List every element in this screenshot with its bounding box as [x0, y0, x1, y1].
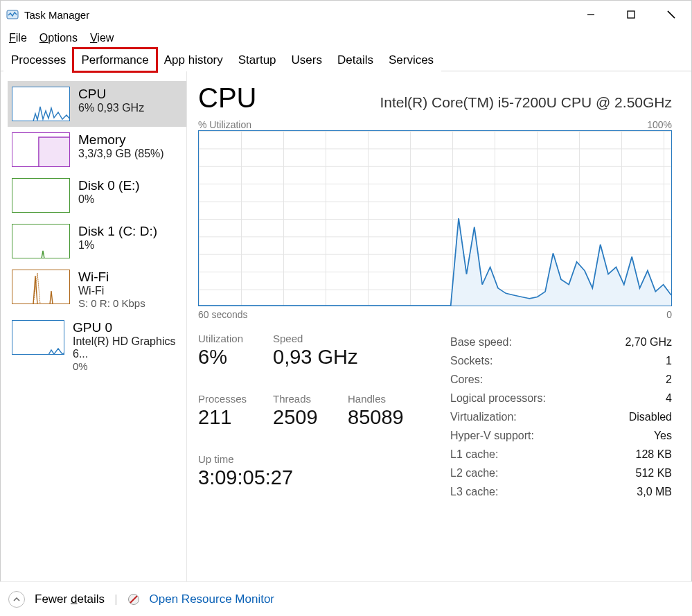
spec-label: Sockets:	[450, 355, 493, 367]
sidebar-item-extra: 0%	[73, 360, 182, 372]
stat-handles: 85089	[348, 406, 423, 429]
spec-label: Cores:	[450, 373, 483, 386]
resource-monitor-icon	[127, 593, 140, 606]
spec-label: Hyper-V support:	[450, 430, 534, 442]
page-title: CPU	[198, 82, 256, 114]
menu-options[interactable]: Options	[35, 30, 82, 46]
tab-users[interactable]: Users	[284, 49, 330, 71]
cpu-utilization-chart	[198, 130, 672, 306]
spec-l1: 128 KB	[636, 448, 672, 461]
spec-cores: 2	[666, 373, 672, 386]
cpu-spec-table: Base speed:2,70 GHz Sockets:1 Cores:2 Lo…	[450, 333, 672, 501]
sidebar-item-label: GPU 0	[73, 320, 182, 335]
stat-speed: 0,93 GHz	[273, 346, 423, 369]
spec-l2: 512 KB	[636, 467, 672, 479]
chart-axis-max: 100%	[647, 119, 672, 130]
spec-label: L2 cache:	[450, 467, 498, 479]
chart-axis-label: % Utilization	[198, 119, 251, 130]
tab-app-history[interactable]: App history	[157, 49, 231, 71]
tab-services[interactable]: Services	[381, 49, 441, 71]
stat-label: Threads	[273, 393, 348, 405]
wifi-thumbnail-icon	[12, 270, 70, 304]
sidebar-item-memory[interactable]: Memory 3,3/3,9 GB (85%)	[8, 127, 186, 173]
spec-virtualization: Disabled	[629, 411, 672, 423]
menu-view[interactable]: View	[86, 30, 118, 46]
stat-label: Processes	[198, 393, 273, 405]
sidebar-item-sub: Intel(R) HD Graphics 6...	[73, 335, 182, 360]
sidebar-item-label: Memory	[78, 132, 164, 148]
tab-processes[interactable]: Processes	[3, 49, 73, 71]
stat-label: Up time	[198, 453, 423, 465]
stat-utilization: 6%	[198, 346, 273, 369]
sidebar-item-sub: Wi-Fi	[78, 285, 145, 297]
svg-rect-2	[628, 11, 635, 18]
cpu-model: Intel(R) Core(TM) i5-7200U CPU @ 2.50GHz	[380, 94, 672, 111]
sidebar-item-sub: 0%	[78, 193, 140, 206]
app-title: Task Manager	[24, 9, 89, 21]
separator: |	[114, 592, 117, 606]
footer-bar: Fewer details | Open Resource Monitor	[0, 581, 692, 616]
spec-label: L3 cache:	[450, 486, 498, 498]
chart-x-start: 60 seconds	[198, 309, 248, 320]
fewer-details-button[interactable]: Fewer details	[35, 592, 105, 606]
sidebar-item-sub: 6% 0,93 GHz	[78, 102, 144, 114]
stat-label: Speed	[273, 333, 423, 344]
stat-uptime: 3:09:05:27	[198, 466, 423, 489]
spec-label: L1 cache:	[450, 448, 498, 461]
detail-pane: CPU Intel(R) Core(TM) i5-7200U CPU @ 2.5…	[195, 71, 691, 612]
minimize-button[interactable]	[571, 1, 611, 28]
disk-thumbnail-icon	[12, 224, 70, 258]
spec-label: Virtualization:	[450, 411, 517, 423]
sidebar-item-disk1[interactable]: Disk 1 (C: D:) 1%	[8, 218, 186, 264]
sidebar-item-label: CPU	[78, 87, 144, 102]
sidebar-item-sub: 3,3/3,9 GB (85%)	[78, 148, 164, 160]
sidebar-item-sub: 1%	[78, 239, 157, 252]
tab-bar: Processes Performance App history Startu…	[1, 48, 691, 71]
sidebar: CPU 6% 0,93 GHz Memory 3,3/3,9 GB (85%) …	[1, 71, 187, 612]
chart-x-end: 0	[666, 309, 672, 320]
stat-label: Utilization	[198, 333, 273, 344]
stat-threads: 2509	[273, 406, 348, 429]
spec-base-speed: 2,70 GHz	[625, 336, 672, 349]
stat-label: Handles	[348, 393, 423, 405]
sidebar-item-extra: S: 0 R: 0 Kbps	[78, 297, 145, 309]
disk-thumbnail-icon	[12, 178, 70, 213]
menu-file[interactable]: File	[5, 30, 31, 46]
spec-hyperv: Yes	[654, 430, 672, 442]
sidebar-item-label: Disk 0 (E:)	[78, 178, 140, 193]
tab-startup[interactable]: Startup	[231, 49, 284, 71]
spec-logical: 4	[666, 392, 672, 405]
sidebar-item-cpu[interactable]: CPU 6% 0,93 GHz	[8, 81, 186, 127]
open-resource-monitor-link[interactable]: Open Resource Monitor	[150, 592, 274, 606]
spec-sockets: 1	[666, 355, 672, 367]
spec-l3: 3,0 MB	[637, 486, 672, 498]
maximize-button[interactable]	[611, 1, 651, 28]
sidebar-item-gpu[interactable]: GPU 0 Intel(R) HD Graphics 6... 0%	[8, 315, 186, 378]
svg-rect-5	[40, 137, 70, 167]
sidebar-item-label: Wi-Fi	[78, 270, 145, 285]
menu-bar: File Options View	[1, 28, 691, 48]
sidebar-item-disk0[interactable]: Disk 0 (E:) 0%	[8, 173, 186, 218]
sidebar-item-label: Disk 1 (C: D:)	[78, 224, 157, 239]
spec-label: Base speed:	[450, 336, 512, 349]
cpu-thumbnail-icon	[12, 87, 70, 121]
close-button[interactable]	[651, 1, 691, 28]
spec-label: Logical processors:	[450, 392, 546, 405]
tab-details[interactable]: Details	[330, 49, 381, 71]
sidebar-item-wifi[interactable]: Wi-Fi Wi-Fi S: 0 R: 0 Kbps	[8, 264, 186, 315]
memory-thumbnail-icon	[12, 132, 70, 167]
gpu-thumbnail-icon	[12, 320, 64, 355]
task-manager-icon	[6, 8, 19, 21]
titlebar: Task Manager	[1, 1, 691, 28]
svg-line-4	[668, 11, 675, 18]
stat-processes: 211	[198, 406, 273, 429]
chevron-up-icon[interactable]	[8, 591, 25, 608]
tab-performance[interactable]: Performance	[73, 49, 156, 71]
